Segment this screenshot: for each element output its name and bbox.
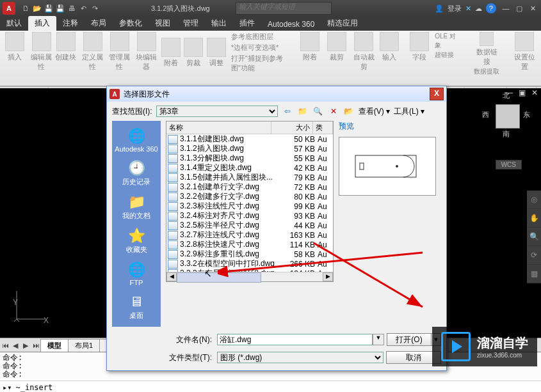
pc-attach-button[interactable]: 附着 (297, 32, 323, 62)
tools-menu[interactable]: 工具(L) ▾ (394, 106, 424, 117)
zoom-icon[interactable]: 🔍 (527, 228, 541, 246)
filetype-select[interactable]: 图形 (*.dwg) (217, 352, 384, 363)
insert-block-button[interactable]: 插入 (2, 32, 28, 62)
import-button[interactable]: 输入 (376, 32, 402, 62)
ribbon-tab-0[interactable]: 默认 (0, 16, 28, 31)
view-menu[interactable]: 查看(V) ▾ (359, 106, 390, 117)
layout-tab[interactable]: 模型 (40, 339, 69, 352)
command-input[interactable] (14, 382, 538, 392)
dialog-titlebar[interactable]: A 选择图形文件 X (107, 86, 446, 102)
col-type[interactable]: 类 (313, 122, 333, 134)
user-icon[interactable]: 👤 (435, 4, 444, 13)
file-row[interactable]: 3.2.2创建多行文字.dwg80 KBAu (166, 192, 333, 201)
hscroll-left-icon[interactable]: ◀ (166, 272, 177, 281)
viewcube-east[interactable]: 东 (523, 110, 530, 120)
define-attr-button[interactable]: 定义属性 (80, 32, 106, 72)
data-extract[interactable]: 数据提取 (474, 67, 499, 76)
app-logo[interactable]: A (3, 2, 15, 15)
block-editor-button[interactable]: 块编辑器 (134, 32, 159, 72)
file-row[interactable]: 3.2.8标注快速尺寸.dwg114 KBAu (166, 240, 333, 249)
ribbon-tab-9[interactable]: Autodesk 360 (261, 18, 321, 31)
help-icon[interactable]: ? (486, 3, 496, 13)
pan-icon[interactable]: ✋ (527, 209, 541, 228)
data-link-button[interactable]: 数据链接 (474, 32, 499, 67)
close-button[interactable]: ✕ (527, 4, 538, 13)
ribbon-tab-1[interactable]: 插入 (28, 16, 56, 31)
layout-tab[interactable]: 布局1 (68, 339, 100, 352)
delete-icon[interactable]: ✕ (328, 106, 339, 117)
qat-redo-icon[interactable]: ↷ (90, 3, 100, 13)
file-row[interactable]: 3.2.9标注多重引线.dwg58 KBAu (166, 249, 333, 259)
col-size[interactable]: 大小 (271, 122, 313, 134)
file-row[interactable]: 3.1.2插入图块.dwg57 KBAu (166, 144, 333, 153)
place-item[interactable]: 🌐FTP (112, 258, 161, 289)
wcs-badge[interactable]: WCS (496, 160, 522, 169)
viewcube-south[interactable]: 南 (503, 129, 510, 139)
adjust-button[interactable]: 调整 (206, 38, 227, 68)
clip-button[interactable]: 剪裁 (183, 38, 205, 68)
maximize-button[interactable]: ▢ (513, 4, 525, 13)
file-row[interactable]: 3.2.4标注对齐尺寸.dwg93 KBAu (166, 211, 333, 221)
view-cube[interactable]: 北 南 东 西 (485, 93, 529, 138)
qat-save-icon[interactable]: 💾 (44, 3, 54, 13)
minimize-button[interactable]: — (500, 4, 512, 12)
up-icon[interactable]: 📁 (297, 106, 309, 117)
file-list-header[interactable]: 名称 大小 类 (166, 122, 333, 134)
open-button[interactable]: 打开(O) (387, 333, 432, 346)
file-row[interactable]: 3.2.5标注半径尺寸.dwg44 KBAu (166, 221, 333, 230)
ref-item-1[interactable]: 参考底图图层 (231, 32, 295, 42)
newfolder-icon[interactable]: 📂 (343, 106, 355, 117)
col-name[interactable]: 名称 (166, 122, 271, 134)
ribbon-tab-5[interactable]: 视图 (149, 16, 177, 31)
file-row[interactable]: 3.2.3标注线性尺寸.dwg99 KBAu (166, 201, 333, 211)
ribbon-tab-10[interactable]: 精选应用 (321, 16, 364, 31)
place-item[interactable]: 🌐Autodesk 360 (112, 125, 161, 155)
viewcube-west[interactable]: 西 (482, 110, 489, 120)
create-block-button[interactable]: 创建块 (53, 32, 79, 62)
tab-first-icon[interactable]: ⏮ (0, 341, 10, 350)
pc-clip-button[interactable]: 裁剪 (324, 32, 350, 62)
help-search-input[interactable] (236, 3, 331, 10)
steering-wheel-icon[interactable]: ◎ (527, 191, 541, 209)
ribbon-tab-6[interactable]: 管理 (177, 16, 205, 31)
qat-new-icon[interactable]: 🗋 (20, 3, 31, 13)
lookin-select[interactable]: 第3章 (156, 106, 278, 117)
ref-item-2[interactable]: *边框可变选项* (231, 43, 295, 52)
ribbon-tab-2[interactable]: 注释 (56, 16, 85, 31)
tab-last-icon[interactable]: ⏭ (31, 341, 41, 350)
data-link[interactable]: 超链接 (435, 51, 462, 59)
filename-combo[interactable]: ▼ (217, 334, 384, 345)
file-list[interactable]: 名称 大小 类 3.1.1创建图块.dwg50 KBAu3.1.2插入图块.dw… (166, 121, 334, 282)
hscroll-right-icon[interactable]: ▶ (323, 272, 333, 281)
file-row[interactable]: 3.1.3分解图块.dwg55 KBAu (166, 153, 333, 163)
filename-input[interactable] (217, 334, 373, 345)
ribbon-tab-8[interactable]: 插件 (233, 16, 261, 31)
help-search[interactable] (236, 2, 332, 15)
place-item[interactable]: 🕘历史记录 (112, 157, 161, 189)
filename-dropdown-icon[interactable]: ▼ (373, 334, 384, 345)
qat-undo-icon[interactable]: ↶ (78, 3, 88, 13)
tab-prev-icon[interactable]: ◀ (10, 341, 20, 350)
search-web-icon[interactable]: 🔍 (312, 106, 324, 117)
file-row[interactable]: 3.1.1创建图块.dwg50 KBAu (166, 134, 333, 144)
login-label[interactable]: 登录 (448, 4, 462, 13)
tab-next-icon[interactable]: ▶ (20, 341, 31, 350)
orbit-icon[interactable]: ⟳ (527, 246, 541, 265)
pc-autoclip-button[interactable]: 自动裁剪 (351, 32, 376, 72)
qat-saveas-icon[interactable]: 💾 (55, 3, 65, 13)
showmotion-icon[interactable]: ▦ (527, 265, 541, 283)
manage-attr-button[interactable]: 管理属性 (107, 32, 133, 72)
hscroll[interactable]: ◀ ▶ (166, 272, 333, 281)
location-button[interactable]: 设置位置 (512, 32, 537, 72)
ribbon-tab-4[interactable]: 参数化 (113, 16, 149, 31)
file-row[interactable]: 3.3.2在模型空间中打印.dwg266 KBAu (166, 259, 333, 269)
place-item[interactable]: 📁我的文档 (112, 191, 161, 223)
field-button[interactable]: 字段 (407, 32, 432, 62)
doc-close-icon[interactable]: ✕ (529, 88, 540, 97)
hscroll-thumb[interactable] (177, 272, 261, 283)
place-item[interactable]: 🖥桌面 (112, 290, 161, 323)
file-row[interactable]: 3.1.4重定义图块.dwg42 KBAu (166, 163, 333, 173)
qat-open-icon[interactable]: 📂 (32, 3, 42, 13)
exchange-icon[interactable]: ✕ (465, 4, 471, 13)
ref-item-3[interactable]: 打开"捕捉到参考图"功能 (231, 54, 295, 73)
